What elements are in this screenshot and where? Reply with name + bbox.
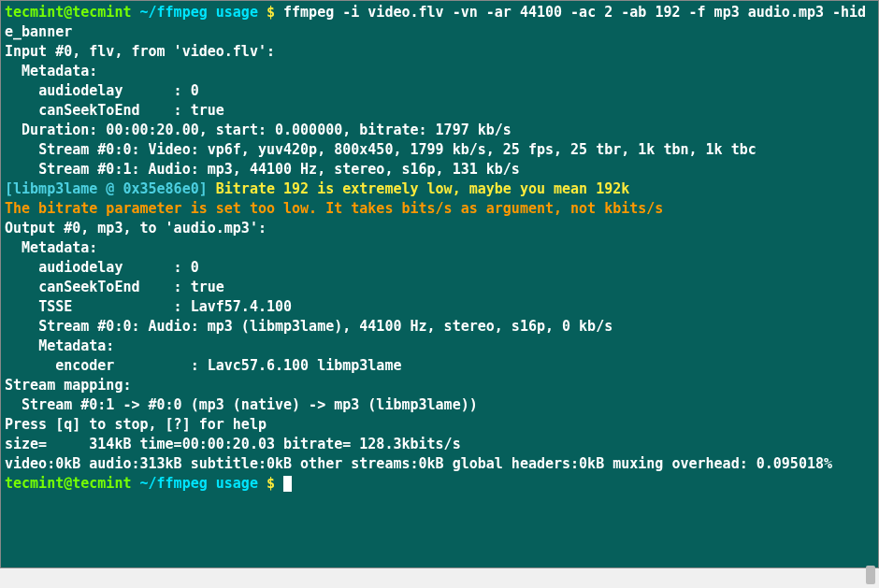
output-line: Duration: 00:00:20.00, start: 0.000000, … <box>5 122 512 138</box>
prompt-user-host: tecmint@tecmint <box>5 4 131 21</box>
command-text: ffmpeg -i video.flv -vn -ar 44100 -ac 2 … <box>5 4 866 40</box>
output-line: Stream mapping: <box>5 377 131 394</box>
prompt-user-host: tecmint@tecmint <box>5 475 131 492</box>
output-line: Output #0, mp3, to 'audio.mp3': <box>5 220 267 237</box>
libmp3lame-tag: [libmp3lame @ 0x35e86e0] <box>5 180 208 197</box>
output-line: video:0kB audio:313kB subtitle:0kB other… <box>5 455 832 472</box>
terminal-window[interactable]: tecmint@tecmint ~/ffmpeg usage $ ffmpeg … <box>0 0 879 568</box>
output-line: Metadata: <box>5 63 97 79</box>
output-line: audiodelay : 0 <box>5 259 199 276</box>
prompt-symbol: $ <box>267 4 275 21</box>
output-line: Press [q] to stop, [?] for help <box>5 416 267 433</box>
output-line: canSeekToEnd : true <box>5 102 224 119</box>
output-line: Stream #0:1: Audio: mp3, 44100 Hz, stere… <box>5 161 520 178</box>
output-line: size= 314kB time=00:00:20.03 bitrate= 12… <box>5 436 461 452</box>
output-line: canSeekToEnd : true <box>5 279 224 295</box>
scrollbar-thumb[interactable] <box>866 566 875 584</box>
libmp3lame-msg: Bitrate 192 is extremely low, maybe you … <box>208 180 630 197</box>
output-line: Input #0, flv, from 'video.flv': <box>5 43 275 60</box>
output-line: Stream #0:1 -> #0:0 (mp3 (native) -> mp3… <box>5 396 478 413</box>
prompt-symbol: $ <box>267 475 275 492</box>
output-line: Stream #0:0: Audio: mp3 (libmp3lame), 44… <box>5 318 612 335</box>
cursor <box>283 476 292 492</box>
bitrate-warning: The bitrate parameter is set too low. It… <box>5 200 663 217</box>
output-line: Stream #0:0: Video: vp6f, yuv420p, 800x4… <box>5 141 757 158</box>
output-line: audiodelay : 0 <box>5 82 199 99</box>
prompt-path: ~/ffmpeg usage <box>140 4 258 21</box>
output-line: TSSE : Lavf57.4.100 <box>5 298 292 315</box>
prompt-path: ~/ffmpeg usage <box>140 475 258 492</box>
output-line: Metadata: <box>5 337 114 354</box>
output-line: Metadata: <box>5 239 97 256</box>
output-line: encoder : Lavc57.6.100 libmp3lame <box>5 357 401 374</box>
